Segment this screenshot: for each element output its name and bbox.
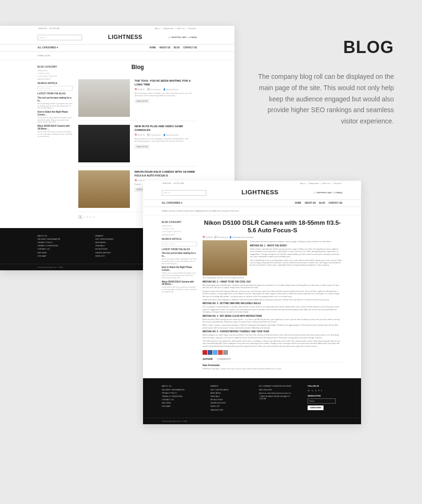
footer-link[interactable]: DELIVERY INFORMATION <box>38 238 81 240</box>
all-categories-dropdown[interactable]: ALL CATEGORIES ▾ <box>162 202 182 205</box>
footer-link[interactable]: BRANDS <box>95 235 139 237</box>
crumb-home[interactable]: HOME <box>162 210 167 212</box>
cat-branding[interactable]: BRANDING <box>162 225 197 227</box>
nav-home[interactable]: HOME <box>150 46 156 49</box>
checkout-link[interactable]: Checkout <box>188 27 196 30</box>
footer-link[interactable]: RETURNS <box>162 402 196 404</box>
wishlist-link[interactable]: Wish List <box>323 182 330 184</box>
lang-switch[interactable]: ENGLISH <box>38 27 47 30</box>
footer-link[interactable]: PRIVACY POLICY <box>38 241 81 244</box>
post-title[interactable]: NEW IN PS PLUS AND VIDEO GAME CONSOLES <box>135 125 197 132</box>
footer-link[interactable]: MY ACCOUNT <box>211 398 245 401</box>
search-input[interactable]: Search... ⌕ <box>38 35 82 40</box>
latest-link[interactable]: Nikon D5100 DSLR Camera with 18-55mm ... <box>162 281 197 286</box>
article-search-input[interactable]: Search article <box>38 86 73 91</box>
footer-link[interactable]: SITE MAP <box>38 255 81 257</box>
page-next[interactable]: ›| <box>93 216 94 218</box>
footer-link[interactable]: BRANDS <box>211 385 245 387</box>
page-3[interactable]: 3 <box>87 216 88 218</box>
footer-link[interactable]: GIFT CERTIFICATES <box>95 238 139 240</box>
nav-home[interactable]: HOME <box>295 202 301 204</box>
page-1[interactable]: 1 <box>78 215 82 219</box>
cat-consulting[interactable]: CONSULTING <box>38 72 73 75</box>
logo[interactable]: LIGHTNESS <box>108 34 142 41</box>
latest-link[interactable]: The tool you've been waiting for a lo... <box>38 97 73 102</box>
nav-about[interactable]: ABOUT US <box>305 202 316 204</box>
post-title[interactable]: NIKON D5100 DSLR CAMERA WITH 18-55MM F/3… <box>135 170 197 178</box>
nav-contact[interactable]: CONTACT US <box>329 202 342 204</box>
social-instagram-icon[interactable]: ⊙ <box>308 389 309 392</box>
footer-link[interactable]: SITE MAP <box>162 405 196 407</box>
footer-link[interactable]: ORDER HISTORY <box>95 252 139 254</box>
footer-link[interactable]: PRIVACY POLICY <box>162 392 196 394</box>
post-title[interactable]: THE TOOL YOU'VE BEEN WAITING FOR A LONG … <box>135 79 197 87</box>
wishlist-link[interactable]: Wish List <box>177 27 185 30</box>
footer-link[interactable]: SPECIALS <box>95 244 139 247</box>
post-thumbnail[interactable] <box>78 79 130 117</box>
footer-link[interactable]: ABOUT US <box>38 235 81 237</box>
nav-contact[interactable]: CONTACT US <box>183 46 197 49</box>
cat-branding[interactable]: BRANDING <box>38 69 73 72</box>
footer-link[interactable]: ORDER HISTORY <box>211 402 245 404</box>
crumb-blog[interactable]: BLOG <box>45 54 50 57</box>
cat-customer[interactable]: CUSTOMER SERVICE <box>162 230 197 233</box>
footer-link[interactable]: ABOUT US <box>162 385 196 387</box>
twitter-icon[interactable] <box>213 350 218 355</box>
email-input[interactable]: Email <box>308 398 336 404</box>
latest-link[interactable]: Nikon D5100 DSLR Camera with 18-55mm ... <box>38 125 73 130</box>
subscribe-button[interactable]: SUBSCRIBE <box>308 405 324 410</box>
footer-link[interactable]: GIFT CERTIFICATES <box>211 389 245 391</box>
tab-author[interactable]: AUTHOR <box>203 358 212 360</box>
page-4[interactable]: 4 <box>90 216 91 218</box>
footer-link[interactable]: AFFILIATES <box>211 392 245 394</box>
footer-link[interactable]: WISH LIST <box>211 405 245 407</box>
latest-link[interactable]: How to Select the Right Phase Conver... <box>38 111 73 116</box>
post-thumbnail[interactable] <box>78 170 130 208</box>
social-vimeo-icon[interactable]: v <box>316 389 317 392</box>
register-link[interactable]: Registration <box>164 27 173 30</box>
page-2[interactable]: 2 <box>84 216 85 218</box>
currency-switch[interactable]: US DOLLAR <box>49 27 60 30</box>
signin-link[interactable]: Sign in <box>300 182 305 184</box>
nav-blog[interactable]: BLOG <box>319 202 325 204</box>
signin-link[interactable]: Sign in <box>154 27 160 30</box>
cat-consulting[interactable]: CONSULTING <box>162 228 197 230</box>
article-search-input[interactable]: Search article <box>162 242 197 246</box>
footer-link[interactable]: SPECIALS <box>211 395 245 397</box>
social-rss-icon[interactable]: ∿ <box>311 389 313 392</box>
nav-about[interactable]: ABOUT US <box>159 46 171 49</box>
google-icon[interactable] <box>218 350 223 355</box>
footer-link[interactable]: NEWSLETTER <box>211 409 245 411</box>
footer-link[interactable]: RETURNS <box>38 252 81 254</box>
social-twitter-icon[interactable]: t <box>321 389 322 392</box>
read-more-button[interactable]: READ MORE <box>135 99 150 103</box>
nav-blog[interactable]: BLOG <box>174 46 180 49</box>
lang-switch[interactable]: ENGLISH <box>163 182 171 184</box>
footer-link[interactable]: TERMS & CONDITIONS <box>38 244 81 247</box>
search-input[interactable]: Search... ⌕ <box>162 190 206 196</box>
cart-button[interactable]: 🛒 SHOPPING CART - 2 ITEM(S) <box>168 36 197 38</box>
register-link[interactable]: Registration <box>309 182 319 184</box>
post-thumbnail[interactable] <box>78 125 130 162</box>
footer-link[interactable]: CONTACT US <box>162 398 196 401</box>
cart-button[interactable]: 🛒 SHOPPING CART - 2 ITEM(S) <box>314 191 342 194</box>
crumb-home[interactable]: HOME <box>38 54 43 57</box>
currency-switch[interactable]: US DOLLAR <box>173 182 184 184</box>
facebook-icon[interactable] <box>208 350 212 355</box>
footer-link[interactable]: AFFILIATES <box>95 241 139 244</box>
footer-link[interactable]: CONTACT US <box>38 248 81 250</box>
cat-management[interactable]: MANAGEMENT <box>162 234 197 236</box>
footer-link[interactable]: DELIVERY INFORMATION <box>162 389 196 391</box>
footer-link[interactable]: TERMS & CONDITIONS <box>162 395 196 397</box>
latest-link[interactable]: How to Select the Right Phase Conver... <box>162 266 197 272</box>
logo[interactable]: LIGHTNESS <box>241 189 279 197</box>
crumb-blog[interactable]: BLOG <box>169 210 174 212</box>
cat-management[interactable]: MANAGEMENT <box>38 78 73 80</box>
tab-comments[interactable]: COMMENTS <box>217 358 231 360</box>
checkout-link[interactable]: Checkout <box>333 182 341 184</box>
cat-customer[interactable]: CUSTOMER SERVICE <box>38 75 73 77</box>
search-icon[interactable]: ⌕ <box>203 191 204 194</box>
pinterest-icon[interactable] <box>203 350 207 355</box>
search-icon[interactable]: ⌕ <box>79 36 80 38</box>
footer-link[interactable]: WISH LIST <box>95 255 139 257</box>
